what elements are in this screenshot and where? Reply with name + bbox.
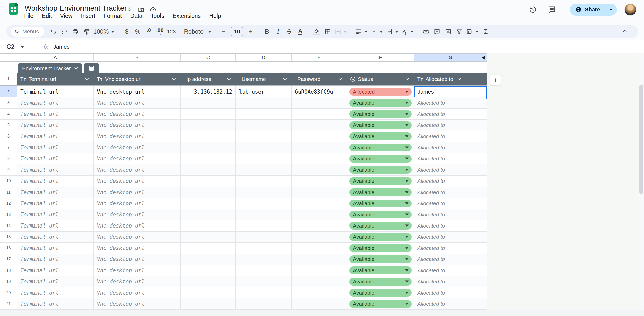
row-header-18[interactable]: 18 [0, 265, 17, 276]
menu-data[interactable]: Data [130, 13, 143, 19]
insert-comment-button[interactable] [431, 26, 442, 37]
cell-username[interactable] [236, 97, 292, 108]
italic-button[interactable]: I [272, 26, 284, 37]
cell-allocated-to[interactable]: Allocated to [414, 187, 487, 198]
cell-username[interactable] [236, 276, 292, 287]
cell-username[interactable] [236, 254, 292, 265]
cell-username[interactable] [236, 187, 292, 198]
cell-vnc-url[interactable]: Vnc desktop url [94, 142, 181, 153]
cell-allocated-to[interactable]: Allocated to [414, 142, 487, 153]
cell-ip-address[interactable] [181, 176, 236, 187]
cell-vnc-url[interactable]: Vnc desktop url [94, 109, 181, 120]
redo-button[interactable] [59, 26, 70, 37]
cell-status[interactable]: Available [347, 109, 414, 120]
cell-password[interactable] [292, 109, 347, 120]
cell-vnc-url[interactable]: Vnc desktop url [94, 198, 181, 209]
row-header-20[interactable]: 20 [0, 287, 17, 298]
cell-terminal-url[interactable]: Terminal url [17, 97, 94, 108]
cell-terminal-url[interactable]: Terminal url [17, 243, 94, 254]
cell-allocated-to[interactable]: Allocated to [414, 232, 487, 243]
cell-vnc-url[interactable]: Vnc desktop url [94, 265, 181, 276]
cell-username[interactable] [236, 109, 292, 120]
cell-password[interactable] [292, 254, 347, 265]
cell-status[interactable]: Available [347, 276, 414, 287]
cell-ip-address[interactable] [181, 298, 236, 309]
cell-allocated-to[interactable]: Allocated to [414, 120, 487, 131]
status-chip[interactable]: Available [349, 255, 412, 263]
strikethrough-button[interactable]: S [284, 26, 295, 37]
cell-terminal-url[interactable]: Terminal url [17, 198, 94, 209]
cell-terminal-url[interactable]: Terminal url [17, 209, 94, 220]
selected-cell[interactable]: James [414, 86, 487, 97]
bold-button[interactable]: B [261, 26, 272, 37]
row-header-14[interactable]: 14 [0, 220, 17, 231]
cell-ip-address[interactable] [181, 187, 236, 198]
table-header-terminal-url[interactable]: TTTerminal url [17, 73, 94, 85]
cell-password[interactable]: 6uR0Ae83fC9u [292, 86, 347, 97]
cell-status[interactable]: Available [347, 187, 414, 198]
status-chip[interactable]: Available [349, 211, 412, 218]
cell-vnc-url[interactable]: Vnc desktop url [94, 153, 181, 164]
horizontal-align-button[interactable] [354, 26, 369, 37]
row-header-5[interactable]: 5 [0, 120, 17, 131]
cell-ip-address[interactable] [181, 243, 236, 254]
status-chip[interactable]: Allocated [349, 88, 412, 96]
cell-allocated-to[interactable]: Allocated to [414, 109, 487, 120]
column-header-F[interactable]: F [347, 54, 414, 61]
font-select[interactable]: Roboto [182, 26, 213, 37]
cell-username[interactable] [236, 131, 292, 142]
cell-username[interactable] [236, 287, 292, 298]
cell-terminal-url[interactable]: Terminal url [17, 120, 94, 131]
cell-status[interactable]: Available [347, 120, 414, 131]
vertical-scrollbar-thumb[interactable] [639, 85, 643, 194]
cell-status[interactable]: Available [347, 176, 414, 187]
cell-password[interactable] [292, 131, 347, 142]
star-icon[interactable]: ☆ [126, 6, 132, 13]
cell-status[interactable]: Available [347, 153, 414, 164]
column-header-B[interactable]: B [94, 54, 181, 61]
status-chip[interactable]: Available [349, 289, 412, 297]
status-chip[interactable]: Available [349, 200, 412, 207]
search-menus-button[interactable]: Menus [11, 27, 44, 37]
more-formats-button[interactable]: 123 [165, 26, 177, 37]
menu-insert[interactable]: Insert [81, 13, 95, 19]
cell-ip-address[interactable] [181, 209, 236, 220]
vertical-align-button[interactable] [369, 26, 384, 37]
formula-input[interactable]: James [53, 43, 70, 50]
cell-terminal-url[interactable]: Terminal url [17, 176, 94, 187]
format-percent-button[interactable]: % [132, 26, 143, 37]
cell-username[interactable] [236, 142, 292, 153]
cell-password[interactable] [292, 153, 347, 164]
cell-allocated-to[interactable]: Allocated to [414, 254, 487, 265]
cell-vnc-url[interactable]: Vnc desktop url [94, 254, 181, 265]
row-header-8[interactable]: 8 [0, 153, 17, 164]
cell-username[interactable] [236, 198, 292, 209]
cell-ip-address[interactable] [181, 287, 236, 298]
cell-ip-address[interactable] [181, 120, 236, 131]
cell-terminal-url[interactable]: Terminal url [17, 164, 94, 175]
cell-status[interactable]: Available [347, 287, 414, 298]
cell-status[interactable]: Available [347, 254, 414, 265]
increase-font-size-button[interactable]: + [245, 26, 256, 37]
cell-password[interactable] [292, 265, 347, 276]
cell-ip-address[interactable] [181, 164, 236, 175]
cell-vnc-url[interactable]: Vnc desktop url [94, 298, 181, 309]
cell-vnc-url[interactable]: Vnc desktop url [94, 86, 181, 97]
cell-terminal-url[interactable]: Terminal url [17, 254, 94, 265]
cell-password[interactable] [292, 164, 347, 175]
cell-password[interactable] [292, 209, 347, 220]
cell-username[interactable] [236, 243, 292, 254]
table-header-ip-address[interactable]: Ip address [181, 73, 236, 85]
cell-status[interactable]: Available [347, 265, 414, 276]
cell-status[interactable]: Available [347, 209, 414, 220]
cell-allocated-to[interactable]: Allocated to [414, 265, 487, 276]
status-chip[interactable]: Available [349, 121, 412, 129]
cell-password[interactable] [292, 287, 347, 298]
cell-ip-address[interactable] [181, 153, 236, 164]
create-filter-button[interactable] [454, 26, 465, 37]
cell-vnc-url[interactable]: Vnc desktop url [94, 131, 181, 142]
cell-ip-address[interactable] [181, 254, 236, 265]
cell-status[interactable]: Available [347, 232, 414, 243]
menu-extensions[interactable]: Extensions [173, 13, 201, 19]
cell-vnc-url[interactable]: Vnc desktop url [94, 164, 181, 175]
